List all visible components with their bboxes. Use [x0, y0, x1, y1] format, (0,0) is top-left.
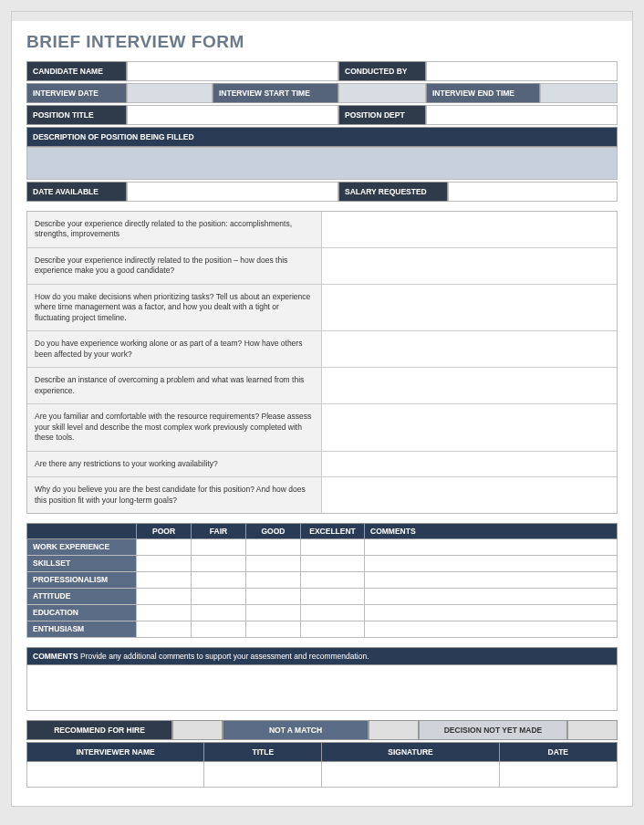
label-not-match: NOT A MATCH	[223, 720, 369, 740]
input-signature[interactable]	[322, 761, 499, 787]
input-title[interactable]	[204, 761, 322, 787]
input-conducted-by[interactable]	[426, 61, 618, 81]
questions-table: Describe your experience directly relate…	[26, 211, 618, 514]
label-position-title: POSITION TITLE	[26, 105, 127, 125]
rating-row: ATTITUDE	[27, 588, 618, 604]
question-answer[interactable]	[322, 477, 617, 513]
label-conducted-by: CONDUCTED BY	[338, 61, 426, 81]
rating-cell[interactable]	[246, 538, 301, 555]
question-row: Describe your experience directly relate…	[27, 212, 617, 248]
rating-comment[interactable]	[365, 621, 618, 637]
label-date-available: DATE AVAILABLE	[26, 182, 127, 202]
question-text: Are there any restrictions to your worki…	[27, 452, 322, 476]
rating-cell[interactable]	[192, 621, 246, 637]
rating-cell[interactable]	[246, 555, 301, 571]
label-candidate-name: CANDIDATE NAME	[26, 61, 127, 81]
rating-cell[interactable]	[301, 538, 365, 555]
question-text: Do you have experience working alone or …	[27, 331, 322, 367]
rating-row: SKILLSET	[27, 555, 618, 571]
label-description: DESCRIPTION OF POSITION BEING FILLED	[26, 127, 618, 147]
rating-cell[interactable]	[137, 604, 192, 621]
rating-cell[interactable]	[301, 571, 365, 588]
comments-input[interactable]	[26, 665, 618, 711]
rating-cell[interactable]	[301, 621, 365, 637]
rating-label: PROFESSIONALISM	[27, 571, 137, 588]
question-answer[interactable]	[322, 331, 617, 367]
col-interviewer: INTERVIEWER NAME	[27, 742, 204, 761]
question-text: How do you make decisions when prioritiz…	[27, 285, 322, 330]
input-position-dept[interactable]	[426, 105, 618, 125]
question-answer[interactable]	[322, 452, 617, 476]
input-date[interactable]	[499, 761, 617, 787]
col-date: DATE	[499, 742, 617, 761]
label-position-dept: POSITION DEPT	[338, 105, 426, 125]
rating-cell[interactable]	[192, 604, 246, 621]
rating-label: ATTITUDE	[27, 588, 137, 604]
check-recommend-hire[interactable]	[172, 720, 223, 740]
rating-comment[interactable]	[365, 538, 618, 555]
col-poor: POOR	[137, 523, 192, 538]
rating-cell[interactable]	[137, 555, 192, 571]
rating-label: SKILLSET	[27, 555, 137, 571]
rating-cell[interactable]	[246, 588, 301, 604]
label-start-time: INTERVIEW START TIME	[213, 83, 338, 103]
input-salary-requested[interactable]	[448, 182, 618, 202]
label-recommend-hire: RECOMMEND FOR HIRE	[26, 720, 172, 740]
rating-comment[interactable]	[365, 571, 618, 588]
question-answer[interactable]	[322, 248, 617, 284]
col-good: GOOD	[246, 523, 301, 538]
rating-cell[interactable]	[246, 604, 301, 621]
question-row: How do you make decisions when prioritiz…	[27, 285, 617, 331]
question-row: Describe an instance of overcoming a pro…	[27, 368, 617, 404]
row-position: POSITION TITLE POSITION DEPT	[26, 105, 618, 125]
rating-comment[interactable]	[365, 555, 618, 571]
check-not-yet[interactable]	[567, 720, 618, 740]
question-text: Are you familiar and comfortable with th…	[27, 404, 322, 450]
input-description[interactable]	[26, 147, 618, 180]
rating-comment[interactable]	[365, 588, 618, 604]
rating-cell[interactable]	[192, 571, 246, 588]
question-answer[interactable]	[322, 368, 617, 403]
question-row: Why do you believe you are the best cand…	[27, 477, 617, 513]
form-title: BRIEF INTERVIEW FORM	[26, 32, 618, 52]
row-availability: DATE AVAILABLE SALARY REQUESTED	[26, 182, 618, 202]
rating-label: ENTHUSIASM	[27, 621, 137, 637]
input-start-time[interactable]	[338, 83, 426, 103]
rating-cell[interactable]	[246, 571, 301, 588]
check-not-match[interactable]	[369, 720, 419, 740]
question-answer[interactable]	[322, 404, 617, 450]
top-decoration-bar	[12, 12, 632, 21]
rating-cell[interactable]	[137, 571, 192, 588]
rating-cell[interactable]	[137, 588, 192, 604]
rating-cell[interactable]	[137, 621, 192, 637]
rating-cell[interactable]	[246, 621, 301, 637]
question-answer[interactable]	[322, 285, 617, 330]
col-signature: SIGNATURE	[322, 742, 499, 761]
signature-table: INTERVIEWER NAME TITLE SIGNATURE DATE	[26, 742, 618, 788]
rating-cell[interactable]	[192, 588, 246, 604]
question-row: Describe your experience indirectly rela…	[27, 248, 617, 285]
col-fair: FAIR	[192, 523, 246, 538]
question-row: Are there any restrictions to your worki…	[27, 452, 617, 477]
comments-instruction: Provide any additional comments to suppo…	[80, 652, 369, 661]
label-not-yet: DECISION NOT YET MADE	[419, 720, 567, 740]
comments-label: COMMENTS	[33, 652, 78, 661]
rating-cell[interactable]	[137, 538, 192, 555]
rating-cell[interactable]	[192, 538, 246, 555]
rating-comment[interactable]	[365, 604, 618, 621]
input-interview-date[interactable]	[127, 83, 213, 103]
label-end-time: INTERVIEW END TIME	[426, 83, 540, 103]
input-candidate-name[interactable]	[127, 61, 338, 81]
rating-cell[interactable]	[192, 555, 246, 571]
question-text: Describe your experience indirectly rela…	[27, 248, 322, 284]
rating-cell[interactable]	[301, 555, 365, 571]
input-date-available[interactable]	[127, 182, 338, 202]
input-position-title[interactable]	[127, 105, 338, 125]
input-interviewer-name[interactable]	[27, 761, 204, 787]
row-interview-date: INTERVIEW DATE INTERVIEW START TIME INTE…	[26, 83, 618, 103]
input-end-time[interactable]	[540, 83, 618, 103]
question-answer[interactable]	[322, 212, 617, 247]
rating-cell[interactable]	[301, 588, 365, 604]
rating-cell[interactable]	[301, 604, 365, 621]
rating-label: WORK EXPERIENCE	[27, 538, 137, 555]
